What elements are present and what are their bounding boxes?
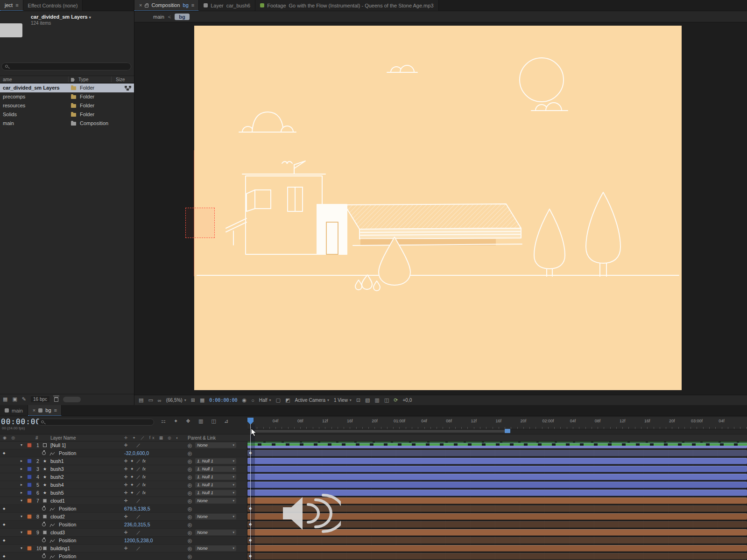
graph-icon[interactable]: [49, 539, 55, 543]
layer-duration-bar[interactable]: [247, 553, 747, 560]
resolution-select[interactable]: Half▾: [259, 398, 271, 403]
tab-layer-car-bush6[interactable]: Layer car_bush6: [199, 0, 255, 11]
switch-pin-icon[interactable]: ✛: [124, 457, 128, 465]
switch-slash-icon[interactable]: ／: [136, 457, 141, 465]
layer-row[interactable]: ▸ 6★ bush5✛✦／fx ◎ 1. Null 1▾: [0, 489, 247, 497]
property-row[interactable]: ◆ Position ◎: [0, 553, 247, 560]
av-toggle-icons[interactable]: ◉ ◎: [3, 434, 17, 441]
tab-effect-controls[interactable]: Effect Controls (none): [23, 0, 83, 11]
track-row[interactable]: [247, 457, 747, 465]
column-layer-name[interactable]: Layer Name: [50, 434, 76, 441]
switch-pin-icon[interactable]: ✛: [124, 529, 128, 536]
expand-chevron[interactable]: ▸: [21, 473, 22, 481]
track-row[interactable]: [247, 473, 747, 481]
layer-switch-icons[interactable]: ✛ ✦ ／ fx ▦ ◎ ◐: [124, 434, 180, 441]
comp-flowchart-icon[interactable]: ◫: [384, 397, 389, 403]
shy-layers-icon[interactable]: ⚏: [161, 418, 166, 424]
pickwhip-icon[interactable]: ◎: [188, 545, 192, 552]
pickwhip-icon[interactable]: ◎: [188, 481, 192, 489]
label-color-swatch[interactable]: [27, 546, 32, 551]
stopwatch-icon[interactable]: [42, 451, 46, 455]
composition-canvas[interactable]: [194, 26, 682, 390]
panel-menu-icon[interactable]: ≡: [54, 407, 56, 413]
transparency-grid-icon[interactable]: ◩: [285, 397, 290, 403]
mini-flowchart-icon[interactable]: ▤: [139, 397, 143, 403]
breadcrumb-main[interactable]: main: [153, 14, 164, 20]
switch-fx-icon[interactable]: fx: [142, 465, 146, 473]
brainstorm-icon[interactable]: ◫: [211, 418, 216, 424]
parent-dropdown[interactable]: 1. Null 1▾: [195, 490, 236, 496]
column-size[interactable]: Size: [116, 76, 125, 83]
position-value[interactable]: -32,0,600,0: [124, 449, 149, 457]
collapse-transformations-icon[interactable]: ✦: [174, 418, 178, 424]
expand-chevron[interactable]: ▾: [21, 497, 22, 504]
pickwhip-icon[interactable]: ◎: [188, 553, 192, 560]
switch-sun-icon[interactable]: ✦: [130, 481, 134, 489]
switch-sun-icon[interactable]: ✦: [130, 457, 134, 465]
timeline-button-icon[interactable]: ▥: [375, 397, 380, 403]
expand-chevron[interactable]: ▸: [21, 457, 22, 465]
project-row[interactable]: precomps Folder: [0, 92, 134, 101]
layer-duration-bar[interactable]: [247, 545, 747, 552]
breadcrumb-current[interactable]: bg: [175, 14, 189, 20]
keyframe-nav-icon[interactable]: ◆: [3, 521, 5, 528]
layer-duration-bar[interactable]: [247, 458, 747, 464]
switch-sun-icon[interactable]: ✦: [130, 489, 134, 497]
column-divider[interactable]: [111, 77, 112, 82]
switch-pin-icon[interactable]: ✛: [124, 481, 128, 489]
pickwhip-icon[interactable]: ◎: [188, 513, 192, 520]
switch-pin-icon[interactable]: ✛: [124, 545, 128, 552]
layer-row[interactable]: ▸ 5★ bush4✛✦／fx ◎ 1. Null 1▾: [0, 481, 247, 489]
interpret-footage-icon[interactable]: ▦: [3, 396, 7, 402]
new-composition-icon[interactable]: ✎: [22, 396, 26, 402]
pickwhip-icon[interactable]: ◎: [188, 465, 192, 473]
track-row[interactable]: ◆: [247, 449, 747, 457]
close-icon[interactable]: ×: [139, 2, 142, 8]
region-of-interest-icon[interactable]: ▢: [276, 397, 281, 403]
stopwatch-icon[interactable]: [42, 523, 46, 526]
column-divider[interactable]: [68, 77, 69, 82]
panel-menu-icon[interactable]: ≡: [15, 2, 18, 8]
parent-dropdown[interactable]: None▾: [195, 442, 236, 448]
graph-icon[interactable]: [49, 451, 55, 456]
tab-timeline-main[interactable]: main: [0, 405, 28, 416]
switch-slash-icon[interactable]: ／: [136, 513, 141, 520]
switch-slash-icon[interactable]: ／: [136, 473, 141, 481]
pickwhip-icon[interactable]: ◎: [188, 441, 192, 449]
switch-sun-icon[interactable]: ✦: [130, 465, 134, 473]
switch-pin-icon[interactable]: ✛: [124, 497, 128, 504]
layer-duration-bar[interactable]: [247, 474, 747, 480]
label-color-swatch[interactable]: [27, 514, 32, 519]
position-value[interactable]: 236,0,315,5: [124, 521, 150, 528]
parent-dropdown[interactable]: 1. Null 1▾: [195, 458, 236, 464]
position-value[interactable]: 1200,5,238,0: [124, 537, 153, 544]
pickwhip-icon[interactable]: ◎: [188, 537, 192, 544]
label-color-swatch[interactable]: [27, 490, 32, 495]
close-icon[interactable]: ×: [33, 407, 35, 413]
pickwhip-icon[interactable]: ◎: [188, 505, 192, 512]
work-area-bar[interactable]: [251, 430, 507, 433]
parent-dropdown[interactable]: None▾: [195, 530, 236, 535]
switch-pin-icon[interactable]: ✛: [124, 465, 128, 473]
work-area-end-marker[interactable]: [505, 429, 510, 433]
column-name[interactable]: ame: [3, 76, 12, 83]
parent-dropdown[interactable]: 1. Null 1▾: [195, 474, 236, 480]
chevron-down-icon[interactable]: ▾: [89, 15, 91, 20]
camera-select[interactable]: Active Camera▾: [295, 398, 329, 403]
layer-duration-bar[interactable]: [247, 466, 747, 472]
tab-composition-bg[interactable]: × Composition bg ≡: [134, 0, 199, 11]
track-row[interactable]: [247, 545, 747, 553]
switch-fx-icon[interactable]: fx: [142, 457, 146, 465]
quick-search-pill[interactable]: [63, 397, 81, 402]
project-row[interactable]: car_divided_sm Layers Folder: [0, 84, 134, 92]
switch-slash-icon[interactable]: ／: [136, 441, 141, 449]
pickwhip-icon[interactable]: ◎: [188, 521, 192, 528]
expand-chevron[interactable]: ▾: [21, 529, 22, 536]
expand-chevron[interactable]: ▸: [21, 465, 22, 473]
switch-fx-icon[interactable]: fx: [142, 489, 146, 497]
tab-footage-mp3[interactable]: Footage Go with the Flow (Instrumental) …: [255, 0, 438, 11]
switch-slash-icon[interactable]: ／: [136, 489, 141, 497]
label-color-swatch[interactable]: [27, 467, 32, 471]
parent-dropdown[interactable]: 1. Null 1▾: [195, 482, 236, 488]
parent-dropdown[interactable]: None▾: [195, 498, 236, 504]
